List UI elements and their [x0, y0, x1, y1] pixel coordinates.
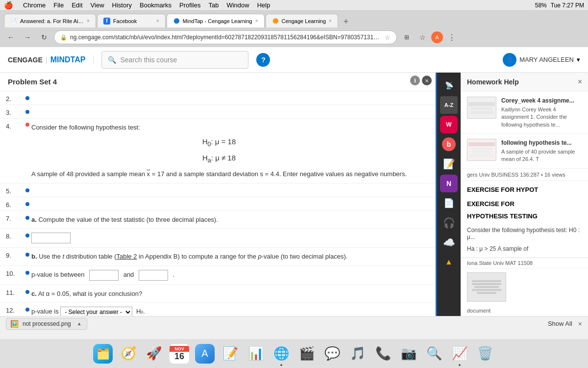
tab-close-mindtap[interactable]: ×	[255, 18, 258, 24]
close-panel-button[interactable]: ×	[422, 76, 432, 85]
hw-item[interactable]: Corey_week 4 assignme... Kaitlynn Corey …	[461, 92, 588, 134]
cloud-upload-icon[interactable]: ☁️	[440, 234, 458, 251]
bookmark-button[interactable]: ☆	[416, 30, 429, 44]
menu-window[interactable]: Window	[226, 1, 249, 9]
tab-favicon-answered: 📄	[10, 18, 17, 25]
tab-favicon-mindtap: 🔵	[173, 18, 180, 25]
menu-edit[interactable]: Edit	[72, 1, 82, 9]
reminders-dock-item[interactable]: 📝	[219, 342, 242, 365]
hw-item-title: Corey_week 4 assignme...	[501, 97, 582, 105]
hw-doc-thumbnail[interactable]	[467, 272, 506, 302]
test-statistic-input[interactable]	[31, 233, 71, 243]
messenger-dock-item[interactable]: 💬	[321, 342, 343, 365]
pipe-divider: |	[46, 56, 48, 64]
tab-answered[interactable]: 📄 Answered: a. For Rite Aid, is th... ×	[4, 14, 96, 27]
star-icon[interactable]: ☆	[385, 34, 391, 41]
tab-mindtap[interactable]: 🔵 MindTap - Cengage Learning ×	[167, 14, 265, 27]
imovie-dock-item[interactable]: 🎬	[295, 342, 318, 365]
az-icon[interactable]: A-Z	[440, 96, 458, 114]
preview-dock-item[interactable]: 🔍	[423, 342, 445, 365]
sample-info: A sample of 48 provided a sample mean x …	[31, 169, 407, 179]
search-placeholder: Search this course	[120, 56, 177, 64]
account-button[interactable]: A	[431, 31, 443, 43]
tab-facebook[interactable]: f Facebook ×	[97, 14, 166, 27]
download-expand-icon[interactable]: ▲	[77, 321, 82, 326]
address-bar-actions: ⊞ ☆ A ⋮	[400, 30, 459, 44]
onenote-icon[interactable]: N	[440, 175, 458, 192]
row-dot	[24, 93, 31, 100]
menu-bookmarks[interactable]: Bookmarks	[140, 1, 172, 9]
p-value-select[interactable]: - Select your answer -	[60, 307, 132, 316]
hw-item-text: following hypothesis te... A sample of 4…	[501, 139, 582, 163]
appstore-dock-item[interactable]: A	[194, 342, 216, 365]
hw-help-close[interactable]: ×	[578, 78, 582, 86]
numbers-icon: 📈	[450, 344, 469, 364]
hw-thumbnail	[467, 139, 496, 161]
hw-item[interactable]: EXERCISE FOR HYPOT EXERCISE FOR HYPOTHES…	[461, 181, 588, 258]
menu-file[interactable]: File	[53, 1, 64, 9]
photos-dock-item[interactable]: 📷	[397, 342, 420, 365]
sidebar-icons: 📡 A-Z W b 📝 N 📄 🎧 ☁️ ▲	[437, 73, 461, 316]
menu-history[interactable]: History	[112, 1, 132, 9]
menu-button[interactable]: ⋮	[445, 30, 459, 44]
refresh-button[interactable]: ↻	[37, 30, 51, 44]
trash-dock-item[interactable]: 🗑️	[474, 342, 496, 365]
table-row: 3.	[0, 105, 436, 119]
numbers-dock-item[interactable]: 📈	[448, 342, 471, 365]
show-all-button[interactable]: Show All	[548, 320, 572, 327]
search-icon: 🔍	[108, 56, 116, 64]
download-bar-close[interactable]: ×	[578, 320, 582, 328]
forward-button[interactable]: →	[21, 30, 34, 44]
apple-menu[interactable]: 🍎	[4, 1, 13, 10]
download-item[interactable]: 🖼️ not processed.png ▲	[6, 318, 87, 330]
spotify-dock-item[interactable]: 🎵	[346, 342, 369, 365]
tab-close-answered[interactable]: ×	[87, 18, 90, 24]
menu-tab[interactable]: Tab	[208, 1, 219, 9]
keynote-dock-item[interactable]: 📊	[245, 342, 267, 365]
address-bar: ← → ↻ 🔒 ng.cengage.com/static/nb/ui/evo/…	[0, 27, 588, 47]
help-button[interactable]: ?	[256, 53, 270, 67]
new-tab-button[interactable]: +	[339, 16, 353, 27]
rss-icon[interactable]: 📡	[440, 77, 458, 94]
back-button[interactable]: ←	[4, 30, 18, 44]
hw-item[interactable]: following hypothesis te... A sample of 4…	[461, 134, 588, 169]
menu-profiles[interactable]: Profiles	[179, 1, 200, 9]
info-button[interactable]: ℹ	[410, 76, 420, 85]
search-bar[interactable]: 🔍 Search this course	[101, 51, 248, 69]
user-section[interactable]: 👤 MARY ANGELEEN ▾	[503, 53, 580, 67]
row-number: 4.	[6, 121, 24, 130]
chrome-active-dot	[280, 364, 282, 366]
hw-doc-label: document	[461, 306, 588, 315]
tab-close-facebook[interactable]: ×	[156, 18, 159, 24]
appstore-icon: A	[195, 344, 215, 364]
table-row: 2.	[0, 91, 436, 105]
safari-dock-item[interactable]: 🧭	[117, 342, 140, 365]
launchpad-dock-item[interactable]: 🚀	[143, 342, 165, 365]
office-icon[interactable]: W	[440, 116, 458, 133]
viber-dock-item[interactable]: 📞	[372, 342, 394, 365]
headphones-icon[interactable]: 🎧	[440, 214, 458, 232]
tab-cengage[interactable]: 🟠 Cengage Learning ×	[266, 14, 338, 27]
circle-icon[interactable]: b	[440, 135, 458, 153]
row-dot	[24, 213, 31, 220]
finder-dock-item[interactable]: 🗂️	[92, 342, 114, 365]
row-dot	[24, 268, 31, 275]
notes-app-icon[interactable]: 📝	[440, 155, 458, 173]
tab-close-cengage[interactable]: ×	[329, 18, 332, 24]
chrome-dock-item[interactable]: 🌐	[270, 342, 293, 365]
upload-triangle-icon[interactable]: ▲	[440, 253, 458, 271]
menu-view[interactable]: View	[91, 1, 104, 9]
extensions-button[interactable]: ⊞	[400, 30, 414, 44]
numbers-active-dot	[459, 364, 461, 366]
hw-item-title: following hypothesis te...	[501, 139, 582, 147]
url-input[interactable]: 🔒 ng.cengage.com/static/nb/ui/evo/index.…	[54, 30, 397, 44]
menu-help[interactable]: Help	[257, 1, 270, 9]
calendar-dock-item[interactable]: NOV 16	[168, 342, 191, 365]
menu-chrome[interactable]: Chrome	[23, 1, 46, 9]
edit-doc-icon[interactable]: 📄	[440, 194, 458, 212]
hw-source: Iona State Univ MAT 11508	[461, 258, 588, 268]
launchpad-icon: 🚀	[144, 344, 164, 364]
p-value-upper-input[interactable]	[139, 270, 168, 281]
p-value-lower-input[interactable]	[89, 270, 119, 281]
chrome-icon: 🌐	[271, 344, 291, 364]
